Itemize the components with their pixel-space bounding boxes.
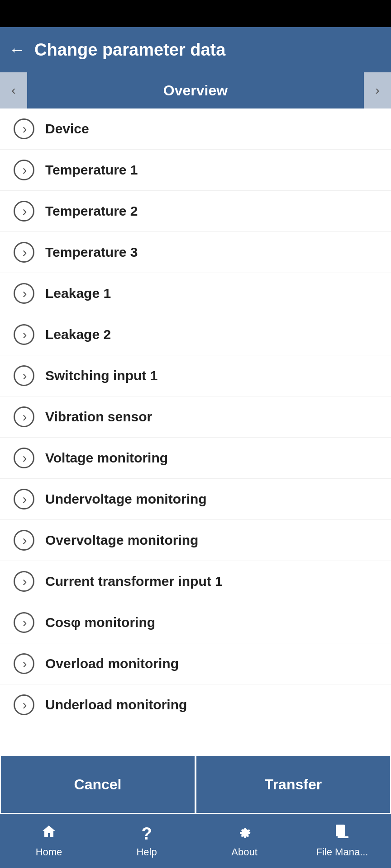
list-item[interactable]: Temperature 1	[0, 150, 391, 191]
chevron-circle-icon	[14, 406, 34, 427]
nav-label: About	[231, 846, 257, 858]
nav-label: Help	[136, 846, 157, 858]
chevron-circle-icon	[14, 324, 34, 345]
list-item-label: Switching input 1	[45, 368, 157, 383]
tab-overview[interactable]: Overview	[27, 72, 364, 108]
tab-bar: ‹ Overview ›	[0, 72, 391, 108]
tab-prev-button[interactable]: ‹	[0, 72, 27, 108]
list-item-label: Cosφ monitoring	[45, 615, 155, 630]
header: ← Change parameter data	[0, 27, 391, 72]
list-item[interactable]: Underload monitoring	[0, 684, 391, 725]
list-item-label: Undervoltage monitoring	[45, 491, 207, 507]
nav-label: File Mana...	[316, 846, 368, 858]
list-item-label: Voltage monitoring	[45, 450, 168, 466]
chevron-circle-icon	[14, 489, 34, 509]
content-list: Device Temperature 1 Temperature 2 Tempe…	[0, 108, 391, 755]
page-title: Change parameter data	[34, 40, 225, 60]
chevron-circle-icon	[14, 118, 34, 139]
list-item[interactable]: Switching input 1	[0, 355, 391, 396]
svg-rect-1	[338, 836, 348, 838]
chevron-circle-icon	[14, 448, 34, 468]
gear-icon	[236, 824, 253, 840]
chevron-circle-icon	[14, 201, 34, 222]
chevron-circle-icon	[14, 694, 34, 715]
list-item-label: Overload monitoring	[45, 656, 179, 671]
list-item-label: Temperature 3	[45, 245, 138, 260]
cancel-button[interactable]: Cancel	[0, 755, 196, 814]
list-item[interactable]: Vibration sensor	[0, 396, 391, 438]
nav-item-help[interactable]: ? Help	[98, 824, 196, 858]
list-item-label: Device	[45, 121, 89, 137]
chevron-circle-icon	[14, 653, 34, 674]
list-item[interactable]: Overload monitoring	[0, 643, 391, 684]
chevron-circle-icon	[14, 571, 34, 592]
svg-rect-2	[338, 827, 343, 828]
svg-rect-4	[338, 832, 341, 833]
list-item-label: Vibration sensor	[45, 409, 152, 425]
list-item-label: Leakage 2	[45, 327, 111, 342]
nav-item-about[interactable]: About	[196, 824, 293, 858]
nav-label: Home	[36, 846, 62, 858]
list-item[interactable]: Leakage 1	[0, 273, 391, 314]
list-item[interactable]: Temperature 3	[0, 232, 391, 273]
chevron-circle-icon	[14, 612, 34, 633]
tab-overview-label: Overview	[163, 82, 228, 99]
list-item-label: Underload monitoring	[45, 697, 187, 712]
status-bar	[0, 0, 391, 27]
help-icon: ?	[141, 824, 152, 843]
transfer-button[interactable]: Transfer	[196, 755, 391, 814]
list-item[interactable]: Overvoltage monitoring	[0, 520, 391, 561]
list-item-label: Temperature 1	[45, 162, 138, 178]
list-item[interactable]: Voltage monitoring	[0, 438, 391, 479]
chevron-circle-icon	[14, 530, 34, 551]
list-item[interactable]: Device	[0, 108, 391, 150]
chevron-circle-icon	[14, 160, 34, 180]
tab-next-button[interactable]: ›	[364, 72, 391, 108]
list-item[interactable]: Temperature 2	[0, 191, 391, 232]
nav-item-home[interactable]: Home	[0, 824, 98, 858]
file-manager-icon	[334, 824, 350, 840]
list-item[interactable]: Cosφ monitoring	[0, 602, 391, 643]
list-item-label: Current transformer input 1	[45, 574, 223, 589]
home-icon	[41, 824, 57, 840]
chevron-circle-icon	[14, 283, 34, 304]
chevron-circle-icon	[14, 365, 34, 386]
list-item-label: Overvoltage monitoring	[45, 533, 198, 548]
list-item-label: Temperature 2	[45, 203, 138, 219]
list-item-label: Leakage 1	[45, 286, 111, 301]
bottom-nav: Home ? Help About File Mana...	[0, 814, 391, 868]
back-button[interactable]: ←	[9, 40, 25, 59]
chevron-circle-icon	[14, 242, 34, 263]
action-bar: Cancel Transfer	[0, 755, 391, 814]
svg-rect-3	[338, 830, 343, 830]
list-item[interactable]: Undervoltage monitoring	[0, 479, 391, 520]
list-item[interactable]: Leakage 2	[0, 314, 391, 355]
nav-item-file-mana---[interactable]: File Mana...	[293, 824, 391, 858]
list-item[interactable]: Current transformer input 1	[0, 561, 391, 602]
